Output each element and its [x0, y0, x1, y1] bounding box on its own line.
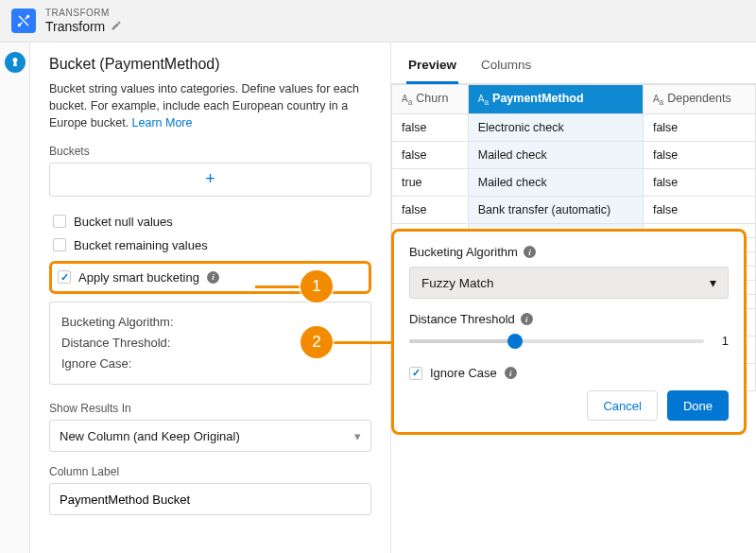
smart-bucketing-label: Apply smart bucketing — [78, 270, 199, 285]
grid-cell: false — [392, 141, 469, 168]
slider-thumb[interactable] — [507, 334, 523, 349]
distance-value: 1 — [715, 334, 729, 348]
config-panel: Bucket (PaymentMethod) Bucket string val… — [30, 43, 391, 553]
bucket-null-label: Bucket null values — [74, 215, 173, 229]
algorithm-select[interactable]: Fuzzy Match ▾ — [409, 267, 729, 299]
callout-1-line — [255, 285, 302, 288]
transform-app-icon — [11, 9, 36, 33]
grid-cell: false — [392, 113, 469, 141]
header-section: TRANSFORM — [45, 8, 122, 19]
buckets-label: Buckets — [49, 145, 371, 158]
header-title: Transform — [45, 19, 105, 34]
callout-1: 1 — [301, 270, 333, 302]
cancel-button[interactable]: Cancel — [587, 390, 657, 421]
grid-cell: Electronic check — [468, 113, 643, 141]
grid-cell: true — [392, 168, 469, 196]
popup-distance-label: Distance Threshold — [409, 312, 515, 326]
done-button[interactable]: Done — [667, 390, 729, 421]
algorithm-popup: Bucketing Algorithm i Fuzzy Match ▾ Dist… — [391, 229, 747, 435]
col-header-dependents[interactable]: AaDependents — [643, 84, 755, 113]
popup-algo-label: Bucketing Algorithm — [409, 245, 518, 259]
callout-2-line — [331, 341, 393, 344]
info-icon[interactable]: i — [505, 367, 517, 379]
show-results-select[interactable]: New Column (and Keep Original) ▾ — [49, 420, 371, 452]
left-rail — [0, 43, 30, 553]
grid-cell: false — [643, 113, 755, 141]
tab-columns[interactable]: Columns — [479, 52, 533, 83]
add-bucket-button[interactable]: + — [49, 163, 371, 197]
col-header-churn[interactable]: AaChurn — [392, 84, 469, 113]
info-icon[interactable]: i — [524, 246, 536, 258]
info-icon[interactable]: i — [521, 313, 533, 325]
grid-cell: false — [643, 168, 755, 196]
col-header-paymentmethod[interactable]: AaPaymentMethod — [468, 84, 643, 113]
callout-2: 2 — [301, 326, 333, 358]
tab-preview[interactable]: Preview — [406, 52, 458, 84]
ignore-case-checkbox[interactable] — [409, 367, 422, 380]
grid-cell: false — [392, 196, 469, 223]
bucket-null-checkbox[interactable] — [53, 215, 66, 228]
node-icon[interactable] — [5, 52, 26, 73]
edit-title-icon[interactable] — [111, 19, 122, 34]
grid-cell: Bank transfer (automatic) — [468, 196, 643, 223]
bucket-remaining-label: Bucket remaining values — [74, 238, 208, 252]
grid-cell: false — [643, 141, 755, 168]
learn-more-link[interactable]: Learn More — [132, 116, 193, 130]
column-label-input[interactable] — [49, 483, 371, 515]
app-header: TRANSFORM Transform — [0, 0, 756, 43]
smart-bucketing-checkbox[interactable] — [58, 270, 71, 284]
bucket-remaining-checkbox[interactable] — [53, 238, 66, 251]
ignore-case-label: Ignore Case — [430, 366, 497, 380]
grid-cell: false — [643, 196, 755, 223]
chevron-down-icon: ▾ — [710, 275, 716, 290]
column-label-label: Column Label — [49, 465, 371, 478]
grid-cell: Mailed check — [468, 141, 643, 168]
svg-point-0 — [18, 24, 20, 26]
show-results-label: Show Results In — [49, 402, 371, 415]
panel-title: Bucket (PaymentMethod) — [49, 56, 371, 73]
chevron-down-icon: ▾ — [354, 429, 361, 443]
distance-slider[interactable] — [409, 339, 704, 343]
info-icon[interactable]: i — [207, 271, 219, 284]
svg-point-1 — [27, 15, 29, 17]
panel-description: Bucket string values into categories. De… — [49, 80, 371, 131]
grid-cell: Mailed check — [468, 168, 643, 196]
